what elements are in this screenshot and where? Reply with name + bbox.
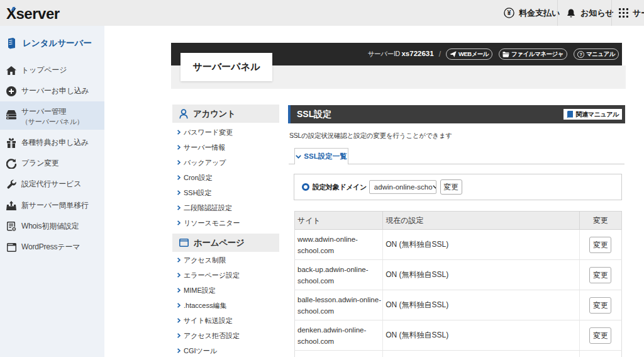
- svg-text:?: ?: [579, 52, 582, 57]
- svg-text:¥: ¥: [508, 9, 511, 16]
